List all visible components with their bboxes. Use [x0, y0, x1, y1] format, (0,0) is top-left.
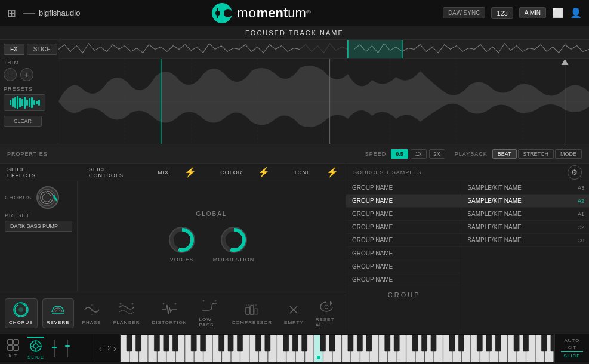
mode-buttons: BEAT STRETCH MODE	[492, 149, 582, 159]
slice-icon[interactable]	[29, 339, 43, 353]
svg-rect-106	[218, 335, 224, 351]
compressor-effect-item[interactable]: COMPRESSOR	[228, 299, 276, 328]
sources-settings-icon[interactable]: ⚙	[568, 165, 582, 180]
slice-control: SLICE	[27, 337, 44, 360]
svg-rect-99	[127, 335, 132, 351]
svg-rect-117	[357, 335, 362, 351]
key-display[interactable]: A MIN	[519, 7, 546, 18]
sample-item-2[interactable]: SAMPLE/KIT NAME A2	[462, 195, 589, 208]
resetall-effect-item[interactable]: RESET ALL	[312, 296, 341, 330]
grid-icon[interactable]: ⊞	[7, 7, 16, 20]
sample-item-4[interactable]: SAMPLE/KIT NAME C2	[462, 221, 589, 234]
brand-logo: —— bigfishaudio	[23, 8, 80, 17]
preset-label: PRESET	[5, 212, 72, 218]
mode-button[interactable]: MODE	[555, 149, 582, 159]
daw-sync-button[interactable]: DAW SYNC	[443, 7, 486, 18]
phase-effect-label: PHASE	[82, 320, 101, 325]
waveform-section: FX SLICE TRIM − + PRESETS	[0, 40, 589, 144]
piano-next-button[interactable]: ›	[112, 343, 118, 354]
piano-prev-button[interactable]: ‹	[98, 343, 103, 354]
vertical-slider-1[interactable]	[54, 340, 55, 357]
chorus-effect-item[interactable]: CHORUS	[5, 298, 38, 328]
waveform-detail[interactable]	[58, 59, 589, 144]
settings-icon[interactable]: 👤	[570, 7, 582, 18]
properties-bar: PROPERTIES SPEED 0.5 1X 2X PLAYBACK BEAT…	[0, 144, 589, 164]
sample-item-1[interactable]: SAMPLE/KIT NAME A3	[462, 181, 589, 195]
chorus-section: CHORUS	[5, 186, 72, 209]
beat-mode-button[interactable]: BEAT	[492, 149, 517, 159]
reverb-effect-label: REVERB	[47, 320, 70, 325]
group-item-7[interactable]: GROUP NAME	[346, 260, 462, 273]
export-icon[interactable]: ⬜	[552, 7, 564, 18]
main-bottom: SLICE EFFECTS SLICE CONTROLS MIX ⚡ COLOR…	[0, 164, 589, 334]
group-item-4[interactable]: GROUP NAME	[346, 221, 462, 234]
track-name-bar: FOCUSED TRACK NAME	[0, 26, 589, 40]
speed-2x-button[interactable]: 2X	[429, 149, 445, 159]
bottom-left-controls: KIT SLICE	[0, 334, 95, 362]
stretch-mode-button[interactable]: STRETCH	[518, 149, 554, 159]
effects-panel: SLICE EFFECTS SLICE CONTROLS MIX ⚡ COLOR…	[0, 164, 346, 334]
svg-rect-5	[348, 40, 402, 58]
sample-list: SAMPLE/KIT NAME A3 SAMPLE/KIT NAME A2 SA…	[462, 181, 589, 334]
lowpass-effect-item[interactable]: LOW PASS	[196, 296, 224, 330]
slice-tab[interactable]: SLICE	[27, 44, 57, 55]
svg-rect-126	[477, 335, 482, 351]
sources-header: SOURCES + SAMPLES ⚙	[346, 164, 589, 181]
svg-rect-124	[449, 335, 455, 351]
auto-button[interactable]: AUTO	[562, 337, 582, 344]
waveform-main[interactable]	[58, 40, 589, 144]
preset-name-tag[interactable]: DARK BASS PUMP	[5, 221, 72, 232]
svg-rect-128	[495, 335, 501, 351]
svg-rect-42	[8, 340, 13, 344]
trim-minus-button[interactable]: −	[4, 68, 17, 81]
slice-bottom-button[interactable]: SLICE	[561, 351, 582, 359]
auto-kit-slice-panel: AUTO KIT SLICE	[561, 337, 582, 359]
svg-rect-118	[366, 335, 372, 351]
kit-icon[interactable]	[6, 338, 20, 352]
bottom-bar: KIT SLICE ‹ +2 ›	[0, 334, 589, 362]
sample-item-5[interactable]: SAMPLE/KIT NAME C0	[462, 234, 589, 247]
waveform-overview[interactable]	[58, 40, 589, 59]
voices-knob[interactable]	[169, 227, 195, 253]
top-navigation: ⊞ —— bigfishaudio momentum® DAW SYNC 123…	[0, 0, 589, 26]
svg-rect-104	[191, 335, 196, 351]
fx-tab[interactable]: FX	[4, 44, 24, 55]
sample-name-3: SAMPLE/KIT NAME	[467, 211, 521, 217]
croup-label: CROUP	[346, 286, 462, 303]
svg-rect-45	[14, 346, 18, 350]
svg-rect-115	[329, 335, 335, 351]
group-item-3[interactable]: GROUP NAME	[346, 208, 462, 221]
group-item-5[interactable]: GROUP NAME	[346, 234, 462, 247]
slice-effects-column: CHORUS PRESET DARK BASS PUMP	[0, 181, 78, 292]
chorus-knob[interactable]	[36, 186, 59, 209]
tone-header: TONE	[294, 169, 311, 175]
flanger-effect-item[interactable]: FLANGER	[110, 299, 144, 328]
speed-1x-button[interactable]: 1X	[411, 149, 427, 159]
vertical-slider-2[interactable]	[67, 340, 68, 357]
modulation-knob[interactable]	[221, 227, 247, 253]
modulation-label: MODULATION	[213, 257, 254, 263]
sources-header-label: SOURCES + SAMPLES	[353, 169, 421, 175]
flanger-effect-label: FLANGER	[113, 320, 140, 325]
group-item-8[interactable]: GROUP NAME	[346, 273, 462, 286]
clear-button[interactable]: CLEAR	[4, 116, 42, 127]
svg-rect-43	[14, 340, 18, 344]
reverb-effect-item[interactable]: REVERB	[42, 298, 74, 328]
empty-effect-item[interactable]: EMPTY	[280, 299, 307, 328]
group-item-2[interactable]: GROUP NAME	[346, 195, 462, 208]
focused-track-name: FOCUSED TRACK NAME	[245, 29, 344, 36]
group-item-6[interactable]: GROUP NAME	[346, 247, 462, 260]
distortion-effect-item[interactable]: DISTORTION	[149, 299, 191, 328]
modulation-knob-group: MODULATION	[213, 227, 254, 263]
sample-item-3[interactable]: SAMPLE/KIT NAME A1	[462, 208, 589, 221]
preset-wave-bars	[10, 96, 40, 109]
phase-effect-item[interactable]: PHASE	[79, 299, 105, 328]
product-name: momentum®	[237, 5, 311, 21]
slice-bottom-label: SLICE	[27, 354, 44, 360]
svg-rect-36	[254, 309, 258, 314]
trim-plus-button[interactable]: +	[20, 68, 33, 81]
kit-bottom-button[interactable]: KIT	[565, 344, 579, 351]
group-item-1[interactable]: GROUP NAME	[346, 181, 462, 195]
speed-05-button[interactable]: 0.5	[391, 149, 408, 159]
preset-section: PRESET DARK BASS PUMP	[5, 212, 72, 232]
